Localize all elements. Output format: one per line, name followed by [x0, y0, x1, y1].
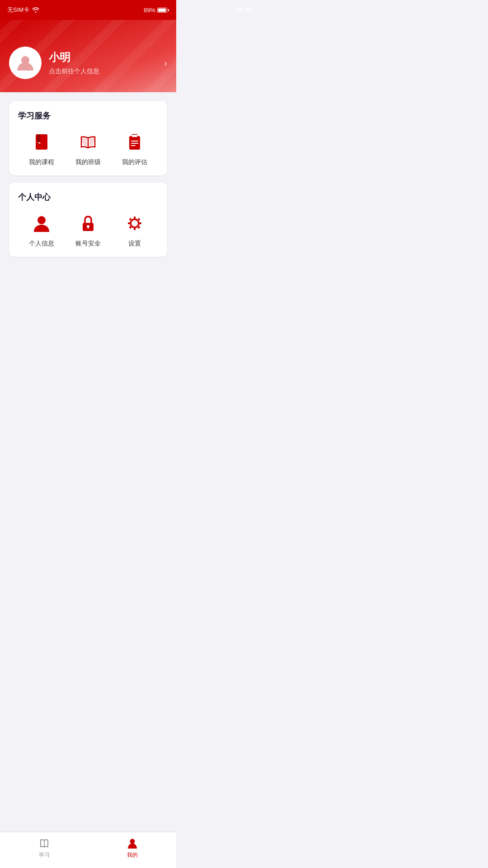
- my-courses-label: 我的课程: [29, 158, 54, 166]
- settings-item[interactable]: 设置: [112, 212, 158, 248]
- my-assessment-icon-box: [123, 130, 146, 154]
- learning-services-title: 学习服务: [18, 110, 158, 121]
- svg-rect-7: [132, 135, 137, 137]
- user-info: 小明 点击前往个人信息: [49, 50, 164, 75]
- svg-rect-14: [88, 226, 89, 229]
- svg-rect-20: [128, 222, 130, 224]
- account-security-item[interactable]: 账号安全: [65, 212, 111, 248]
- avatar: [9, 47, 42, 79]
- battery-icon: [157, 8, 169, 13]
- svg-rect-19: [134, 228, 136, 230]
- battery-percentage: 89%: [144, 7, 155, 14]
- wifi-icon: [32, 7, 39, 13]
- svg-point-17: [133, 222, 136, 225]
- lock-icon: [78, 213, 99, 234]
- person-icon: [31, 213, 52, 234]
- personal-center-grid: 个人信息 账号安全: [18, 212, 158, 248]
- book-open-icon: [78, 132, 99, 152]
- personal-info-item[interactable]: 个人信息: [18, 212, 65, 248]
- personal-info-icon-box: [30, 212, 53, 235]
- my-courses-item[interactable]: 我的课程: [18, 130, 65, 166]
- my-assessment-label: 我的评估: [122, 158, 147, 166]
- my-courses-icon-box: [30, 130, 53, 154]
- svg-rect-21: [139, 222, 141, 224]
- user-subtitle: 点击前往个人信息: [49, 67, 164, 75]
- personal-center-title: 个人中心: [18, 192, 158, 203]
- user-name: 小明: [49, 50, 164, 65]
- bookmark-icon: [31, 132, 52, 152]
- gear-icon: [124, 213, 145, 234]
- my-assessment-item[interactable]: 我的评估: [112, 130, 158, 166]
- status-right: 89%: [144, 7, 169, 14]
- carrier-text: 无SIM卡: [7, 6, 29, 14]
- learning-services-card: 学习服务 我的课程: [9, 101, 167, 175]
- svg-rect-2: [37, 134, 40, 142]
- personal-center-card: 个人中心 个人信息: [9, 183, 167, 257]
- svg-rect-18: [134, 217, 136, 219]
- account-security-icon-box: [76, 212, 100, 235]
- learning-services-grid: 我的课程 我的班级: [18, 130, 158, 166]
- status-bar: 无SIM卡 10:55 89%: [0, 0, 176, 20]
- my-class-icon-box: [76, 130, 100, 154]
- profile-header[interactable]: 小明 点击前往个人信息 ›: [0, 20, 176, 110]
- my-class-label: 我的班级: [75, 158, 101, 166]
- avatar-person-icon: [15, 52, 36, 73]
- personal-info-label: 个人信息: [29, 240, 54, 248]
- my-class-item[interactable]: 我的班级: [65, 130, 111, 166]
- clipboard-icon: [124, 132, 145, 152]
- settings-label: 设置: [128, 240, 141, 248]
- main-content: 学习服务 我的课程: [0, 101, 176, 257]
- profile-chevron-icon[interactable]: ›: [164, 58, 167, 68]
- status-left: 无SIM卡: [7, 6, 39, 14]
- svg-point-11: [38, 216, 46, 224]
- settings-icon-box: [123, 212, 146, 235]
- account-security-label: 账号安全: [75, 240, 101, 248]
